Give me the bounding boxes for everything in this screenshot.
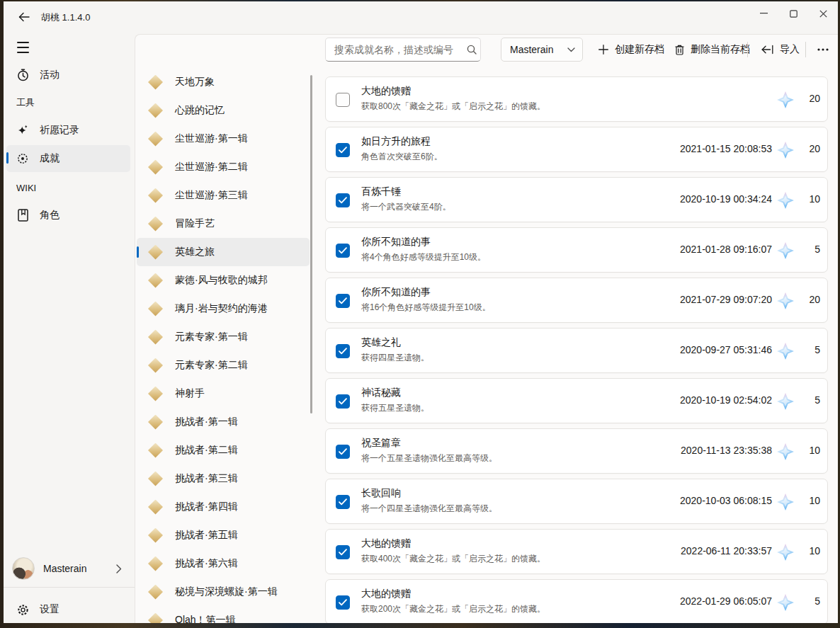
category-item[interactable]: 挑战者·第一辑 <box>137 408 310 436</box>
category-emblem-icon <box>148 358 163 373</box>
category-item[interactable]: 冒险手艺 <box>137 210 310 238</box>
sidebar-item-settings[interactable]: 设置 <box>6 597 130 622</box>
achievement-checkbox[interactable] <box>336 394 350 409</box>
category-label: 璃月·岩与契约的海港 <box>175 302 268 315</box>
achievement-date: 2020-10-03 06:08:15 <box>680 495 772 506</box>
achievement-card: 长歌回响 将一个四星圣遗物强化至最高等级。 2020-10-03 06:08:1… <box>325 479 828 524</box>
search-box <box>325 38 481 62</box>
category-item[interactable]: 挑战者·第五辑 <box>137 521 310 549</box>
category-item[interactable]: 元素专家·第二辑 <box>137 351 310 379</box>
category-emblem-icon <box>148 75 163 90</box>
achievement-points: 5 <box>800 344 820 355</box>
nav-sidebar: 活动 工具 祈愿记录 成就 WIKI <box>4 1 135 623</box>
category-item[interactable]: 秘境与深境螺旋·第一辑 <box>137 578 310 606</box>
category-label: 秘境与深境螺旋·第一辑 <box>175 586 278 598</box>
category-item[interactable]: 神射手 <box>137 379 310 408</box>
achievement-card: 百炼千锤 将一个武器突破至4阶。 2020-10-19 00:34:24 10 <box>325 177 828 222</box>
delete-archive-button[interactable]: 删除当前存档 <box>668 38 757 62</box>
profile-row[interactable]: Masterain <box>6 552 130 586</box>
close-button[interactable] <box>808 1 838 25</box>
category-label: 挑战者·第四辑 <box>175 501 238 513</box>
category-item[interactable]: 英雄之旅 <box>137 238 310 266</box>
category-label: 冒险手艺 <box>175 217 215 230</box>
category-item[interactable]: 尘世巡游·第二辑 <box>137 153 310 181</box>
avatar <box>12 557 35 580</box>
create-archive-label: 创建新存档 <box>615 43 664 56</box>
achievement-date: 2020-10-19 00:34:24 <box>680 193 772 205</box>
stopwatch-icon <box>16 69 30 81</box>
sidebar-item-achievements[interactable]: 成就 <box>6 145 130 172</box>
more-options-button[interactable] <box>811 38 835 62</box>
category-item[interactable]: 心跳的记忆 <box>137 96 310 125</box>
category-label: 英雄之旅 <box>175 246 215 258</box>
sidebar-divider <box>4 587 135 588</box>
achievement-checkbox[interactable] <box>336 445 350 459</box>
category-item[interactable]: 天地万象 <box>137 68 310 96</box>
category-item[interactable]: 元素专家·第一辑 <box>137 323 310 351</box>
category-emblem-icon <box>148 273 163 288</box>
achievement-description: 将16个角色好感等级提升至10级。 <box>361 302 491 314</box>
sidebar-item-characters[interactable]: 角色 <box>6 202 130 228</box>
checkmark-icon <box>339 599 347 606</box>
category-item[interactable]: 尘世巡游·第一辑 <box>137 125 310 153</box>
achievement-checkbox[interactable] <box>336 143 350 157</box>
category-label: 神射手 <box>175 387 205 400</box>
category-emblem-icon <box>148 613 163 624</box>
selection-accent <box>6 152 8 164</box>
achievement-title: 如日方升的旅程 <box>361 135 431 148</box>
achievement-checkbox[interactable] <box>336 93 350 107</box>
sidebar-item-activity[interactable]: 活动 <box>6 62 130 88</box>
achievement-checkbox[interactable] <box>336 344 350 358</box>
category-item[interactable]: 挑战者·第三辑 <box>137 464 310 493</box>
achievement-description: 将一个四星圣遗物强化至最高等级。 <box>361 503 497 515</box>
search-icon <box>467 45 477 55</box>
category-item[interactable]: 挑战者·第四辑 <box>137 493 310 521</box>
desktop-wallpaper: 胡桃 1.1.4.0 <box>0 0 840 628</box>
achievement-checkbox[interactable] <box>336 294 350 308</box>
achievement-checkbox[interactable] <box>336 595 350 610</box>
nav-toggle-button[interactable] <box>12 35 38 59</box>
minimize-button[interactable] <box>749 1 778 25</box>
category-emblem-icon <box>148 500 163 515</box>
import-label: 导入 <box>780 43 800 56</box>
category-label: 元素专家·第二辑 <box>175 359 248 372</box>
commandbar-divider <box>747 42 748 57</box>
search-input[interactable] <box>326 44 467 55</box>
maximize-button[interactable] <box>778 1 808 25</box>
achievement-description: 角色首次突破至6阶。 <box>361 151 443 163</box>
archive-selector[interactable]: Masterain <box>501 38 583 62</box>
achievement-checkbox[interactable] <box>336 495 350 509</box>
category-item[interactable]: 尘世巡游·第三辑 <box>137 181 310 210</box>
category-emblem-icon <box>148 443 163 458</box>
chevron-down-icon <box>567 47 575 52</box>
category-emblem-icon <box>148 160 163 175</box>
category-emblem-icon <box>148 103 163 118</box>
category-item[interactable]: 挑战者·第二辑 <box>137 436 310 464</box>
achievement-card: 英雄之礼 获得四星圣遗物。 2020-09-27 05:31:46 5 <box>325 328 828 373</box>
category-emblem-icon <box>148 188 163 203</box>
achievement-description: 获得四星圣遗物。 <box>361 352 429 364</box>
achievement-checkbox[interactable] <box>336 244 350 258</box>
sidebar-item-wish-records[interactable]: 祈愿记录 <box>6 118 130 143</box>
checkmark-icon <box>339 498 347 506</box>
minimize-icon <box>760 13 768 14</box>
achievement-checkbox[interactable] <box>336 193 350 207</box>
achievement-checkbox[interactable] <box>336 545 350 559</box>
achievement-list: 大地的馈赠 获取800次「藏金之花」或「启示之花」的馈藏。 20 如日方升的 <box>325 76 828 623</box>
achievement-card: 大地的馈赠 获取400次「藏金之花」或「启示之花」的馈藏。 2022-06-11… <box>325 529 828 574</box>
primogem-icon <box>776 191 795 210</box>
category-label: 挑战者·第二辑 <box>175 444 238 457</box>
category-scrollbar[interactable] <box>310 75 312 413</box>
category-label: 挑战者·第三辑 <box>175 472 238 485</box>
sidebar-item-label: 成就 <box>40 152 59 165</box>
category-label: 挑战者·第五辑 <box>175 529 238 542</box>
category-item[interactable]: Olah！第一辑 <box>137 606 310 623</box>
category-item[interactable]: 挑战者·第六辑 <box>137 549 310 578</box>
import-button[interactable]: 导入 <box>754 38 807 62</box>
category-item[interactable]: 蒙德·风与牧歌的城邦 <box>137 266 310 295</box>
sidebar-item-label: 活动 <box>40 69 59 81</box>
category-item[interactable]: 璃月·岩与契约的海港 <box>137 295 310 323</box>
create-archive-button[interactable]: 创建新存档 <box>591 38 671 62</box>
achievement-points: 5 <box>800 394 820 406</box>
ellipsis-icon <box>817 48 829 51</box>
